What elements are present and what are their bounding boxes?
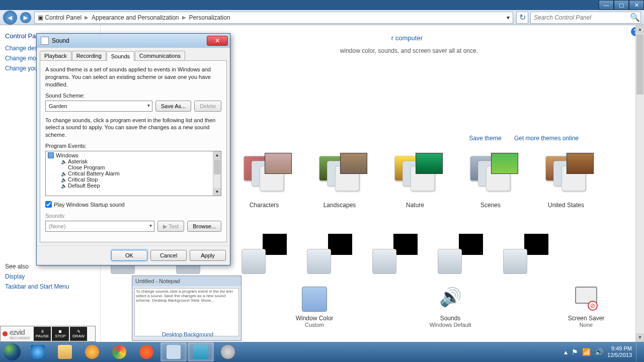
breadcrumb[interactable]: Control Panel xyxy=(45,14,82,21)
sound-scheme-dropdown[interactable]: Garden xyxy=(45,101,152,112)
scheme-description: A sound theme is a set of sounds applied… xyxy=(45,66,221,88)
recording-indicator-icon xyxy=(3,331,8,336)
scroll-thumb[interactable] xyxy=(636,34,643,95)
taskbar-ie[interactable] xyxy=(25,342,51,361)
event-asterisk[interactable]: 🔈Asterisk xyxy=(48,158,219,164)
breadcrumb[interactable]: Appearance and Personalization xyxy=(92,14,179,21)
theme-landscapes[interactable]: Landscapes xyxy=(317,156,362,209)
search-box[interactable]: 🔍 xyxy=(530,12,641,24)
tray-volume-icon[interactable]: 🔊 xyxy=(595,348,603,356)
browse-button[interactable]: Browse... xyxy=(187,221,221,232)
window-minimize-button[interactable]: — xyxy=(599,0,614,10)
theme-scenes[interactable]: Scenes xyxy=(468,156,513,209)
sound-dialog: Sound ✕ Playback Recording Sounds Commun… xyxy=(36,33,230,265)
breadcrumb-separator: ▶ xyxy=(182,15,186,20)
address-bar[interactable]: ▣ Control Panel ▶ Appearance and Persona… xyxy=(34,12,513,24)
save-as-button[interactable]: Save As... xyxy=(155,101,192,112)
apply-button[interactable]: Apply xyxy=(190,250,226,261)
tray-chevron-icon[interactable]: ▴ xyxy=(564,348,568,356)
show-desktop-button[interactable] xyxy=(636,342,640,361)
sounds-link[interactable]: 🔊 Sounds Windows Default xyxy=(423,287,478,328)
windows-orb-icon xyxy=(4,343,21,360)
tray-time: 9:49 PM xyxy=(607,345,632,352)
scroll-down-arrow[interactable]: ▼ xyxy=(213,188,221,196)
theme-label: Characters xyxy=(242,202,287,209)
program-events-list[interactable]: Windows 🔈Asterisk Close Program 🔈Critica… xyxy=(45,151,221,196)
tray-flag-icon[interactable]: ⚑ xyxy=(572,348,578,356)
basic-theme[interactable] xyxy=(372,234,418,274)
ezvid-pause-button[interactable]: ⏸PAUSE xyxy=(34,327,51,341)
taskbar-explorer[interactable] xyxy=(52,342,78,361)
dialog-titlebar[interactable]: Sound ✕ xyxy=(37,34,230,48)
taskbar-preview-notepad[interactable]: Untitled - Notepad To change sounds clic… xyxy=(132,276,242,341)
search-input[interactable] xyxy=(531,14,629,21)
shortcut-sublabel: Windows Default xyxy=(423,322,478,328)
start-button[interactable] xyxy=(0,342,24,362)
back-button[interactable]: ◄ xyxy=(3,11,17,25)
preview-title: Untitled - Notepad xyxy=(132,276,241,286)
shortcut-sublabel: None xyxy=(558,322,614,328)
tab-playback[interactable]: Playback xyxy=(40,51,71,60)
scroll-thumb[interactable] xyxy=(214,159,220,174)
firefox-icon xyxy=(139,345,153,359)
window-close-button[interactable]: ✕ xyxy=(629,0,644,10)
delete-button: Delete xyxy=(194,101,221,112)
breadcrumb[interactable]: Personalization xyxy=(189,14,230,21)
taskbar: ▴ ⚑ 📶 🔊 9:49 PM 12/5/2013 xyxy=(0,342,644,362)
taskbar-app[interactable] xyxy=(215,342,241,361)
event-default-beep[interactable]: 🔈Default Beep xyxy=(48,183,219,189)
cancel-button[interactable]: Cancel xyxy=(150,250,187,261)
theme-united-states[interactable]: United States xyxy=(543,156,589,209)
ezvid-sublogo: RECORDER xyxy=(10,336,30,340)
taskbar-chrome[interactable] xyxy=(106,342,132,361)
side-link-taskbar[interactable]: Taskbar and Start Menu xyxy=(5,283,95,290)
dialog-tabs: Playback Recording Sounds Communications xyxy=(37,48,230,60)
sounds-label: Sounds: xyxy=(45,213,221,219)
address-dropdown[interactable]: ▾ xyxy=(504,14,513,21)
tab-communications[interactable]: Communications xyxy=(135,51,185,60)
basic-theme[interactable] xyxy=(438,234,483,274)
scroll-up-arrow[interactable]: ▲ xyxy=(636,25,644,34)
scroll-down-arrow[interactable]: ▼ xyxy=(636,333,644,342)
get-more-themes-link[interactable]: Get more themes online xyxy=(514,135,579,142)
content-scrollbar[interactable]: ▲ ▼ xyxy=(635,25,644,342)
theme-label: Landscapes xyxy=(317,202,362,209)
tab-recording[interactable]: Recording xyxy=(72,51,106,60)
shortcut-label: Sounds xyxy=(423,315,478,322)
theme-label: Nature xyxy=(392,202,438,209)
event-close-program[interactable]: Close Program xyxy=(48,164,219,170)
taskbar-media-player[interactable] xyxy=(79,342,105,361)
ok-button[interactable]: OK xyxy=(111,250,147,261)
basic-theme[interactable] xyxy=(242,234,287,274)
ezvid-draw-button[interactable]: ✎DRAW xyxy=(70,327,87,341)
dialog-close-button[interactable]: ✕ xyxy=(207,36,228,46)
taskbar-firefox[interactable] xyxy=(133,342,159,361)
ezvid-stop-button[interactable]: ⏹STOP xyxy=(52,327,69,341)
theme-characters[interactable]: Characters xyxy=(242,156,287,209)
theme-nature[interactable]: Nature xyxy=(392,156,438,209)
event-critical-stop[interactable]: 🔈Critical Stop xyxy=(48,176,219,183)
event-critical-battery[interactable]: 🔈Critical Battery Alarm xyxy=(48,170,219,176)
refresh-button[interactable]: ↻ xyxy=(516,12,528,24)
basic-theme[interactable] xyxy=(307,234,352,274)
taskbar-control-panel[interactable] xyxy=(188,342,214,361)
search-icon[interactable]: 🔍 xyxy=(629,13,640,22)
window-maximize-button[interactable]: ▢ xyxy=(614,0,629,10)
side-link-display[interactable]: Display xyxy=(5,273,95,280)
tab-sounds[interactable]: Sounds xyxy=(107,51,134,61)
window-color-icon xyxy=(302,287,327,312)
tray-clock[interactable]: 9:49 PM 12/5/2013 xyxy=(607,345,632,358)
window-color-link[interactable]: Window Color Custom xyxy=(287,287,342,328)
scroll-up-arrow[interactable]: ▲ xyxy=(213,151,221,159)
play-startup-checkbox[interactable] xyxy=(45,201,52,208)
basic-theme[interactable] xyxy=(503,234,548,274)
shortcut-label: Screen Saver xyxy=(558,315,614,322)
screen-saver-link[interactable]: ⊘ Screen Saver None xyxy=(558,287,614,328)
taskbar-notepad[interactable] xyxy=(160,342,187,361)
shortcut-label: Window Color xyxy=(287,315,342,322)
forward-button[interactable]: ► xyxy=(20,12,31,23)
tray-network-icon[interactable]: 📶 xyxy=(582,348,591,356)
tree-root-windows[interactable]: Windows xyxy=(48,152,219,158)
events-scrollbar[interactable]: ▲ ▼ xyxy=(213,151,221,196)
save-theme-link[interactable]: Save theme xyxy=(469,135,502,142)
